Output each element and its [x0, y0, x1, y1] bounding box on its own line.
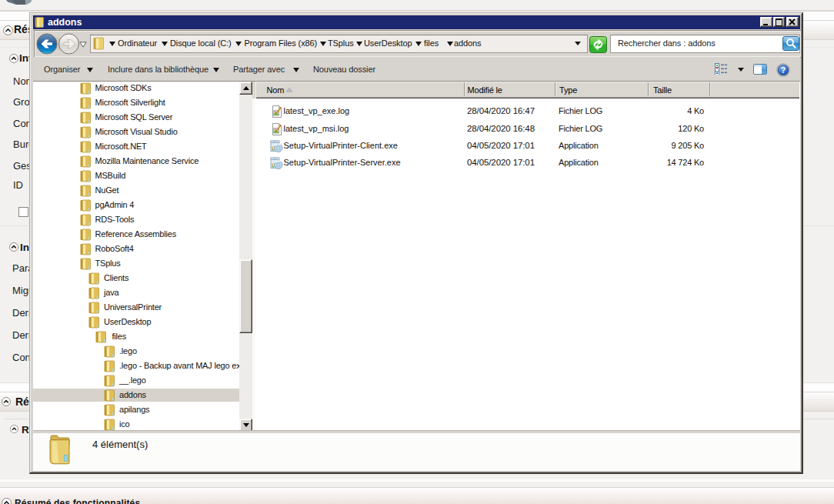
- svg-text:?: ?: [780, 65, 785, 75]
